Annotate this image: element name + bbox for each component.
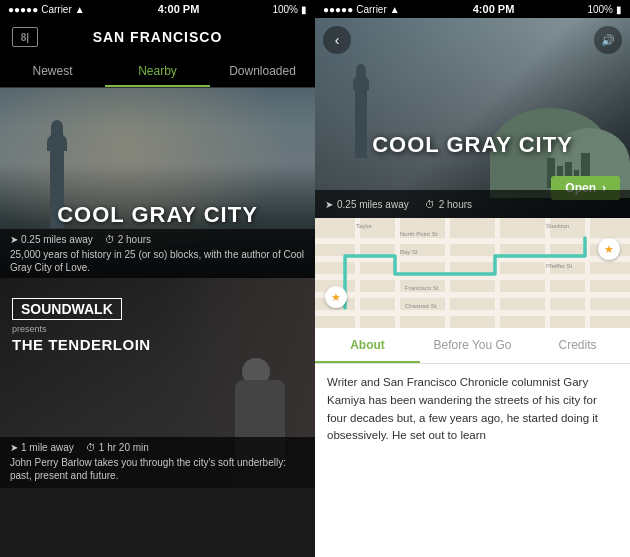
hero-card-description: 25,000 years of history in 25 (or so) bl… — [10, 248, 305, 274]
hero-distance: ➤ 0.25 miles away — [10, 234, 93, 245]
detail-tabs: About Before You Go Credits — [315, 328, 630, 364]
carrier-name: Carrier — [41, 4, 72, 15]
right-wifi: ▲ — [390, 4, 400, 15]
svg-text:Chestnut St: Chestnut St — [405, 303, 437, 309]
status-time: 4:00 PM — [158, 3, 200, 15]
right-meta-bar: ➤ 0.25 miles away ⏱ 2 hours — [315, 190, 630, 218]
right-duration: ⏱ 2 hours — [425, 199, 472, 210]
detail-content: Writer and San Francisco Chronicle colum… — [315, 364, 630, 557]
star-right-icon: ★ — [604, 243, 614, 256]
hero-duration: ⏱ 2 hours — [105, 234, 151, 245]
tab-newest[interactable]: Newest — [0, 56, 105, 87]
svg-text:North Point St: North Point St — [400, 231, 438, 237]
carrier-signal: ●●●●● Carrier ▲ — [8, 4, 85, 15]
map-end-marker[interactable]: ★ — [598, 238, 620, 260]
soundwalk-info: ➤ 1 mile away ⏱ 1 hr 20 min John Perry B… — [0, 437, 315, 488]
right-status-bar: ●●●●● Carrier ▲ 4:00 PM 100% ▮ — [315, 0, 630, 18]
svg-text:Francisco St: Francisco St — [405, 285, 439, 291]
right-battery-icon: ▮ — [616, 4, 622, 15]
svg-rect-1 — [315, 238, 630, 244]
tab-bar: Newest Nearby Downloaded — [0, 56, 315, 88]
hero-card-cool-gray[interactable]: COOL GRAY CITY ➤ 0.25 miles away ⏱ 2 hou… — [0, 88, 315, 278]
svg-text:Pfeiffer St: Pfeiffer St — [546, 263, 573, 269]
left-status-bar: ●●●●● Carrier ▲ 4:00 PM 100% ▮ — [0, 0, 315, 18]
menu-icon-box[interactable]: 8| — [12, 27, 38, 47]
sound-icon: 🔊 — [601, 34, 615, 47]
card-soundwalk[interactable]: SOUNDWALK presents THE TENDERLOIN ➤ 1 mi… — [0, 278, 315, 488]
svg-text:Bay St: Bay St — [400, 249, 418, 255]
city-title: SAN FRANCISCO — [93, 29, 223, 45]
menu-icon: 8| — [21, 32, 29, 43]
tab-downloaded[interactable]: Downloaded — [210, 56, 315, 87]
nav-icon: ➤ — [10, 234, 18, 245]
tab-about[interactable]: About — [315, 328, 420, 363]
nav-icon-2: ➤ — [10, 442, 18, 453]
clock-icon-2: ⏱ — [86, 442, 96, 453]
right-time: 4:00 PM — [473, 3, 515, 15]
svg-rect-11 — [585, 218, 590, 328]
left-panel: ●●●●● Carrier ▲ 4:00 PM 100% ▮ 8| SAN FR… — [0, 0, 315, 557]
right-panel: ●●●●● Carrier ▲ 4:00 PM 100% ▮ — [315, 0, 630, 557]
tab-before-you-go[interactable]: Before You Go — [420, 328, 525, 363]
right-carrier-signal: ●●●●● Carrier ▲ — [323, 4, 400, 15]
svg-rect-6 — [355, 218, 360, 328]
map-section[interactable]: North Point St Bay St Francisco St Chest… — [315, 218, 630, 328]
hero-card-meta: ➤ 0.25 miles away ⏱ 2 hours — [10, 234, 305, 245]
wifi-icon: ▲ — [75, 4, 85, 15]
right-distance: ➤ 0.25 miles away — [325, 199, 409, 210]
right-signal: ●●●●● — [323, 4, 353, 15]
app-header: 8| SAN FRANCISCO — [0, 18, 315, 56]
soundwalk-description: John Perry Barlow takes you through the … — [10, 456, 305, 482]
hero-card-title: COOL GRAY CITY — [0, 202, 315, 228]
map-background: North Point St Bay St Francisco St Chest… — [315, 218, 630, 328]
right-battery: 100% ▮ — [587, 4, 622, 15]
sound-button[interactable]: 🔊 — [594, 26, 622, 54]
soundwalk-distance: ➤ 1 mile away — [10, 442, 74, 453]
detail-description: Writer and San Francisco Chronicle colum… — [327, 374, 618, 445]
hero-title-overlay: COOL GRAY CITY — [0, 202, 315, 228]
svg-rect-4 — [315, 292, 630, 298]
signal-dots: ●●●●● — [8, 4, 38, 15]
soundwalk-presents: presents — [12, 324, 151, 334]
battery-icon: ▮ — [301, 4, 307, 15]
hero-card-info: ➤ 0.25 miles away ⏱ 2 hours 25,000 years… — [0, 229, 315, 278]
right-hero-card: ‹ 🔊 COOL GRAY CITY Open › ➤ 0.25 miles a… — [315, 18, 630, 218]
tab-nearby[interactable]: Nearby — [105, 56, 210, 87]
soundwalk-brand: SOUNDWALK — [12, 298, 122, 320]
svg-rect-10 — [545, 218, 550, 328]
soundwalk-meta: ➤ 1 mile away ⏱ 1 hr 20 min — [10, 442, 305, 453]
soundwalk-content: SOUNDWALK presents THE TENDERLOIN — [12, 298, 151, 353]
star-left-icon: ★ — [331, 291, 341, 304]
soundwalk-duration: ⏱ 1 hr 20 min — [86, 442, 149, 453]
tab-credits[interactable]: Credits — [525, 328, 630, 363]
back-icon: ‹ — [335, 32, 340, 48]
svg-text:Taylor: Taylor — [356, 223, 372, 229]
clock-icon: ⏱ — [105, 234, 115, 245]
map-svg: North Point St Bay St Francisco St Chest… — [315, 218, 630, 328]
right-carrier: Carrier — [356, 4, 387, 15]
svg-text:Stockton: Stockton — [546, 223, 569, 229]
tenderloin-title: THE TENDERLOIN — [12, 336, 151, 353]
battery-area: 100% ▮ — [272, 4, 307, 15]
right-hero-title-text: COOL GRAY CITY — [315, 132, 630, 158]
svg-rect-5 — [315, 310, 630, 316]
map-start-marker[interactable]: ★ — [325, 286, 347, 308]
right-nav-icon: ➤ — [325, 199, 333, 210]
right-hero-title-overlay: COOL GRAY CITY — [315, 132, 630, 158]
back-button[interactable]: ‹ — [323, 26, 351, 54]
battery-percent: 100% — [272, 4, 298, 15]
right-clock-icon: ⏱ — [425, 199, 435, 210]
